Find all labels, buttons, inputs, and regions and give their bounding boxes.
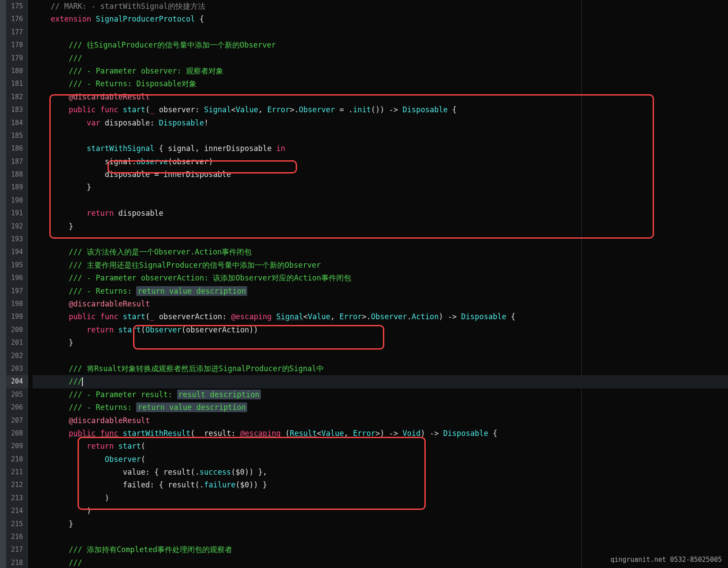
code-token: ( [190, 429, 195, 438]
code-line[interactable] [33, 26, 728, 39]
code-line[interactable]: public func start(_ observerAction: @esc… [33, 310, 728, 323]
code-line[interactable]: public func start(_ observer: Signal<Val… [33, 103, 728, 116]
code-line[interactable]: /// - Parameter observer: 观察者对象 [33, 65, 728, 77]
code-line[interactable]: /// 添加持有Completed事件处理闭包的观察者 [33, 543, 728, 556]
code-line[interactable]: /// - Parameter observerAction: 该添加Obser… [33, 272, 728, 284]
code-content-area[interactable]: // MARK: - startWithSignal的快捷方法 extensio… [28, 0, 728, 568]
line-number: 201 [6, 336, 28, 349]
line-number: 187 [6, 155, 28, 168]
code-line[interactable]: /// - Returns: Disposable对象 [33, 77, 728, 90]
line-number: 206 [6, 401, 28, 414]
code-token: public [69, 429, 96, 438]
code-line[interactable]: @discardableResult [33, 414, 728, 427]
code-line[interactable]: } [33, 518, 728, 531]
line-number: 182 [6, 91, 28, 103]
code-line[interactable] [33, 233, 728, 246]
code-line[interactable]: @discardableResult [33, 298, 728, 310]
code-token: /// 该方法传入的是一个Observer.Action事件闭包 [69, 247, 252, 256]
line-number: 208 [6, 427, 28, 440]
code-line[interactable]: /// [33, 52, 728, 65]
code-token: @discardableResult [69, 416, 150, 425]
code-token [33, 364, 69, 373]
code-line[interactable]: ) [33, 505, 728, 517]
line-number: 209 [6, 440, 28, 453]
line-number: 202 [6, 350, 28, 362]
code-line[interactable]: ) [33, 492, 728, 505]
code-line[interactable] [33, 194, 728, 207]
code-line[interactable]: return disposable [33, 207, 728, 220]
code-token: /// [69, 377, 82, 386]
code-line[interactable]: } [33, 336, 728, 349]
line-number: 197 [6, 285, 28, 298]
line-number: 186 [6, 142, 28, 155]
code-line[interactable]: var disposable: Disposable! [33, 117, 728, 129]
code-line[interactable]: extension SignalProducerProtocol { [33, 13, 728, 26]
line-number: 184 [6, 117, 28, 129]
code-token: ()) -> [371, 105, 403, 114]
code-line[interactable]: disposable = innerDisposable [33, 168, 728, 181]
code-line[interactable]: /// - Parameter result: result descripti… [33, 388, 728, 401]
line-number: 196 [6, 272, 28, 284]
line-number: 198 [6, 298, 28, 310]
code-token: < [303, 312, 308, 321]
code-token: Error [353, 429, 375, 438]
code-token [33, 558, 69, 567]
code-line[interactable]: return start(Observer(observerAction)) [33, 324, 728, 336]
code-line[interactable] [33, 350, 728, 362]
code-token: /// [69, 558, 82, 567]
line-number: 200 [6, 324, 28, 336]
code-token: ) [33, 506, 91, 515]
code-line[interactable]: startWithSignal { signal, innerDisposabl… [33, 142, 728, 155]
code-token [33, 41, 69, 49]
code-line[interactable]: /// - Returns: return value description [33, 285, 728, 298]
code-line[interactable]: /// 主要作用还是往SignalProducer的信号量中添加一个新的Obse… [33, 259, 728, 272]
code-line[interactable]: } [33, 220, 728, 233]
code-token: @escaping [240, 429, 281, 438]
code-token: , [258, 105, 267, 114]
code-token: >) -> [375, 429, 402, 438]
code-token: /// 主要作用还是往SignalProducer的信号量中添加一个新的Obse… [69, 261, 321, 269]
line-number: 213 [6, 492, 28, 505]
code-token [33, 209, 87, 218]
code-token: // MARK: - startWithSignal的快捷方法 [51, 2, 205, 11]
code-line[interactable]: // MARK: - startWithSignal的快捷方法 [33, 0, 728, 13]
code-line[interactable]: /// 往SignalProducer的信号量中添加一个新的Observer [33, 39, 728, 52]
code-line[interactable] [33, 531, 728, 543]
code-token: Disposable [159, 118, 204, 127]
code-line[interactable]: failed: { result(.failure($0)) } [33, 479, 728, 491]
code-line[interactable]: signal.observe(observer) [33, 155, 728, 168]
code-token [272, 312, 276, 321]
line-number: 214 [6, 505, 28, 517]
code-token [33, 247, 69, 256]
line-number-gutter[interactable]: 1751761771781791801811821831841851861871… [6, 0, 28, 568]
code-line[interactable]: } [33, 181, 728, 194]
code-line[interactable]: value: { result(.success($0)) }, [33, 466, 728, 479]
code-token [33, 2, 51, 11]
line-number: 175 [6, 0, 28, 13]
text-cursor [82, 377, 83, 386]
code-line[interactable]: @discardableResult [33, 91, 728, 103]
code-token: Value [321, 429, 344, 438]
code-line[interactable]: return start( [33, 440, 728, 453]
code-token: = . [335, 105, 353, 114]
code-token: failed: { result(. [33, 480, 204, 489]
code-line[interactable]: /// 将Rsualt对象转换成观察者然后添加进SignalProducer的S… [33, 362, 728, 375]
code-line[interactable] [33, 129, 728, 142]
code-token: , [331, 312, 339, 321]
code-line[interactable]: Observer( [33, 453, 728, 466]
line-number: 188 [6, 168, 28, 181]
code-line[interactable]: public func startWithResult(_ result: @e… [33, 427, 728, 440]
code-token: Value [308, 312, 331, 321]
code-token [33, 287, 69, 295]
code-token [33, 429, 69, 438]
line-number: 179 [6, 52, 28, 65]
code-token [33, 390, 69, 399]
code-line[interactable]: /// 该方法传入的是一个Observer.Action事件闭包 [33, 246, 728, 258]
code-token: Observer [299, 105, 335, 114]
line-number: 177 [6, 26, 28, 39]
code-line[interactable]: /// [33, 375, 728, 388]
code-line[interactable]: /// - Returns: return value description [33, 401, 728, 414]
line-number: 195 [6, 259, 28, 272]
line-number: 191 [6, 207, 28, 220]
code-token [33, 299, 69, 308]
